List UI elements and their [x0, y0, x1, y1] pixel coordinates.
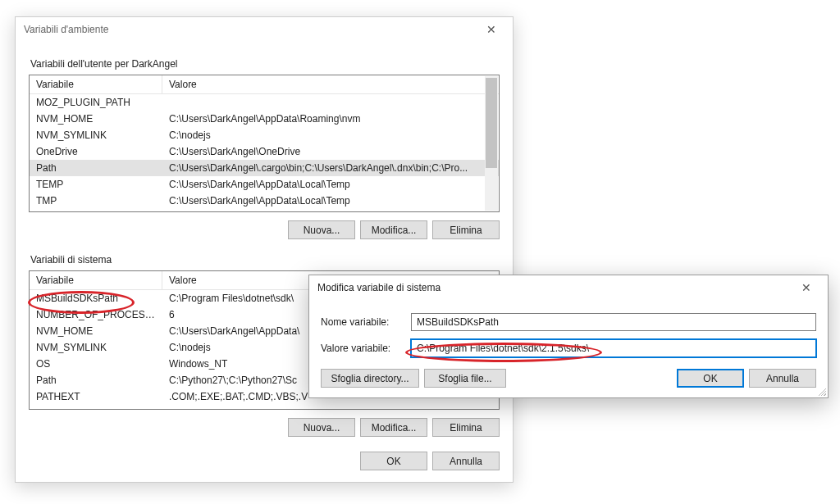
cell-variable-value: C:\Users\DarkAngel\AppData\Local\Temp — [162, 178, 499, 191]
variable-value-input[interactable] — [411, 339, 816, 357]
cell-variable-value: C:\nodejs — [162, 129, 499, 142]
cell-variable-name: Path — [30, 161, 162, 175]
titlebar[interactable]: Variabili d'ambiente ✕ — [16, 17, 513, 42]
edit-button[interactable]: Modifica... — [360, 418, 427, 437]
cell-variable-value — [162, 96, 499, 109]
environment-variables-dialog: Variabili d'ambiente ✕ Variabili dell'ut… — [15, 16, 514, 483]
column-header-variable[interactable]: Variabile — [30, 271, 162, 289]
cell-variable-name: PATHEXT — [30, 390, 162, 403]
column-header-value[interactable]: Valore — [162, 75, 499, 93]
table-row[interactable]: MOZ_PLUGIN_PATH — [30, 94, 499, 111]
close-icon[interactable]: ✕ — [475, 23, 508, 36]
cell-variable-value: C:\Users\DarkAngel\AppData\Roaming\nvm — [162, 112, 499, 125]
column-header-variable[interactable]: Variabile — [30, 75, 162, 93]
variable-name-label: Nome variabile: — [321, 316, 411, 328]
window-title: Modifica variabile di sistema — [317, 282, 790, 293]
variable-name-input[interactable] — [411, 313, 816, 331]
new-button[interactable]: Nuova... — [288, 418, 355, 437]
cell-variable-name: NVM_SYMLINK — [30, 129, 162, 142]
cell-variable-name: NVM_HOME — [30, 325, 162, 338]
table-row[interactable]: PathC:\Users\DarkAngel\.cargo\bin;C:\Use… — [30, 160, 499, 176]
table-row[interactable]: TMPC:\Users\DarkAngel\AppData\Local\Temp — [30, 193, 499, 209]
cell-variable-name: TMP — [30, 194, 162, 207]
cell-variable-name: TEMP — [30, 178, 162, 191]
cell-variable-name: OneDrive — [30, 145, 162, 158]
user-variables-group: Variabili dell'utente per DarkAngel Vari… — [29, 58, 500, 239]
ok-button[interactable]: OK — [677, 369, 744, 388]
cell-variable-name: NUMBER_OF_PROCESSORS — [30, 308, 162, 321]
cancel-button[interactable]: Annulla — [749, 369, 816, 388]
cell-variable-name: NVM_SYMLINK — [30, 341, 162, 354]
cell-variable-name: MSBuildSDKsPath — [30, 292, 162, 305]
delete-button[interactable]: Elimina — [432, 418, 500, 437]
resize-grip[interactable] — [816, 386, 826, 396]
edit-variable-dialog: Modifica variabile di sistema ✕ Nome var… — [308, 275, 829, 398]
table-row[interactable]: TEMPC:\Users\DarkAngel\AppData\Local\Tem… — [30, 176, 499, 193]
cell-variable-value: C:\Users\DarkAngel\OneDrive — [162, 145, 499, 158]
edit-button[interactable]: Modifica... — [360, 220, 427, 239]
system-variables-label: Variabili di sistema — [30, 254, 500, 266]
cell-variable-name: Path — [30, 374, 162, 387]
cancel-button[interactable]: Annulla — [432, 452, 500, 470]
cell-variable-name: NVM_HOME — [30, 112, 162, 125]
cell-variable-name: MOZ_PLUGIN_PATH — [30, 96, 162, 109]
scroll-thumb[interactable] — [486, 78, 497, 168]
delete-button[interactable]: Elimina — [432, 220, 500, 239]
cell-variable-value: C:\Users\DarkAngel\AppData\Local\Temp — [162, 194, 499, 207]
user-variables-listbox[interactable]: Variabile Valore MOZ_PLUGIN_PATHNVM_HOME… — [29, 75, 500, 212]
user-variables-label: Variabili dell'utente per DarkAngel — [30, 58, 500, 70]
new-button[interactable]: Nuova... — [288, 220, 355, 239]
close-icon[interactable]: ✕ — [790, 281, 823, 294]
user-variables-rows: MOZ_PLUGIN_PATHNVM_HOMEC:\Users\DarkAnge… — [30, 94, 499, 209]
cell-variable-name: OS — [30, 357, 162, 370]
variable-value-label: Valore variabile: — [321, 343, 411, 354]
cell-variable-value: C:\Users\DarkAngel\.cargo\bin;C:\Users\D… — [162, 161, 499, 175]
browse-directory-button[interactable]: Sfoglia directory... — [321, 369, 419, 388]
ok-button[interactable]: OK — [360, 452, 427, 470]
browse-file-button[interactable]: Sfoglia file... — [424, 369, 506, 388]
table-row[interactable]: NVM_HOMEC:\Users\DarkAngel\AppData\Roami… — [30, 111, 499, 127]
table-row[interactable]: OneDriveC:\Users\DarkAngel\OneDrive — [30, 143, 499, 160]
window-title: Variabili d'ambiente — [24, 24, 475, 35]
table-row[interactable]: NVM_SYMLINKC:\nodejs — [30, 127, 499, 143]
titlebar[interactable]: Modifica variabile di sistema ✕ — [309, 275, 828, 300]
scrollbar[interactable] — [485, 76, 498, 211]
